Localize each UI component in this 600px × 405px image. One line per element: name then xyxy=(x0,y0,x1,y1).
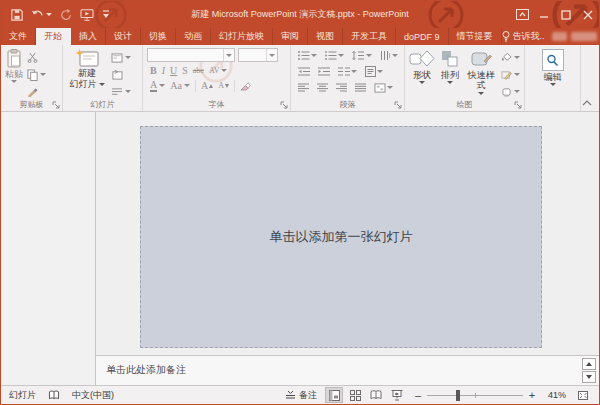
notes-toggle-button[interactable]: 备注 xyxy=(285,389,317,402)
format-painter-button[interactable] xyxy=(25,84,48,99)
shape-effects-button[interactable] xyxy=(499,84,522,99)
drawing-dialog-launcher[interactable] xyxy=(514,101,522,109)
text-direction-button[interactable] xyxy=(378,50,400,61)
tell-me-box[interactable]: 告诉我.. xyxy=(502,30,545,43)
underline-button[interactable]: U xyxy=(168,65,179,76)
ribbon-home: 粘贴 剪贴板 xyxy=(1,45,599,112)
reset-icon xyxy=(111,70,123,80)
normal-view-button[interactable] xyxy=(325,387,343,403)
section-button[interactable] xyxy=(109,84,133,99)
paste-button[interactable]: 粘贴 xyxy=(3,48,25,99)
tab-home[interactable]: 开始 xyxy=(36,28,71,45)
paragraph-group: 段落 xyxy=(291,45,405,111)
convert-smartart-button[interactable] xyxy=(372,82,395,94)
increase-font-button[interactable]: A xyxy=(199,80,215,91)
minimize-icon[interactable] xyxy=(533,1,555,28)
tab-insert[interactable]: 插入 xyxy=(71,28,106,45)
text-shadow-button[interactable]: S xyxy=(180,65,190,76)
cut-button[interactable] xyxy=(25,50,48,65)
start-slideshow-icon[interactable] xyxy=(78,7,96,23)
zoom-out-button[interactable]: – xyxy=(414,389,422,401)
notes-pane[interactable]: 单击此处添加备注 xyxy=(96,355,599,385)
save-icon[interactable] xyxy=(9,7,25,23)
arrange-label: 排列 xyxy=(441,70,459,80)
ribbon-display-options-icon[interactable] xyxy=(511,1,533,28)
customize-qat-icon[interactable] xyxy=(100,8,112,21)
align-center-button[interactable] xyxy=(315,82,330,93)
align-right-button[interactable] xyxy=(334,82,349,93)
shape-outline-button[interactable] xyxy=(499,67,522,82)
shape-effects-icon xyxy=(501,87,512,97)
tab-file[interactable]: 文件 xyxy=(1,28,36,45)
font-size-combobox[interactable] xyxy=(238,48,278,62)
tab-transitions[interactable]: 切换 xyxy=(141,28,176,45)
layout-button[interactable] xyxy=(109,50,133,65)
shapes-label: 形状 xyxy=(413,70,431,80)
paragraph-dialog-launcher[interactable] xyxy=(394,101,402,109)
strikethrough-button[interactable]: abc xyxy=(191,66,206,75)
font-name-combobox[interactable] xyxy=(147,48,235,62)
proofing-button[interactable] xyxy=(48,390,60,400)
tab-design[interactable]: 设计 xyxy=(106,28,141,45)
reading-view-button[interactable] xyxy=(367,387,385,403)
shape-fill-button[interactable] xyxy=(499,50,522,65)
arrange-button[interactable]: 排列 xyxy=(437,48,463,99)
new-slide-label-line1: 新建 xyxy=(78,68,96,78)
slide-canvas[interactable]: 单击以添加第一张幻灯片 xyxy=(140,126,542,348)
notes-scroll-up-button[interactable] xyxy=(582,358,596,370)
italic-button[interactable]: I xyxy=(160,65,167,76)
numbering-button[interactable] xyxy=(323,50,346,61)
reset-button[interactable] xyxy=(109,67,133,82)
paragraph-group-label: 段落 xyxy=(291,99,404,110)
tab-animations[interactable]: 动画 xyxy=(176,28,211,45)
new-slide-button[interactable]: 新建 幻灯片 xyxy=(65,48,109,99)
tab-storyboarding[interactable]: 情节提要 xyxy=(449,28,502,45)
align-text-button[interactable] xyxy=(363,65,385,78)
tab-view[interactable]: 视图 xyxy=(308,28,343,45)
zoom-slider[interactable] xyxy=(427,390,523,401)
slide-sorter-view-button[interactable] xyxy=(346,387,364,403)
tab-review[interactable]: 审阅 xyxy=(273,28,308,45)
slide-thumbnails-panel[interactable] xyxy=(1,112,96,385)
shapes-button[interactable]: 形状 xyxy=(407,48,437,99)
decrease-indent-button[interactable] xyxy=(296,66,312,77)
quick-styles-label: 快速样式 xyxy=(465,70,497,91)
collapse-ribbon-button[interactable] xyxy=(582,98,592,108)
tab-developer[interactable]: 开发工具 xyxy=(343,28,396,45)
change-case-button[interactable]: Aa xyxy=(168,80,192,91)
editing-area: 单击以添加第一张幻灯片 单击此处添加备注 xyxy=(96,112,599,385)
redo-icon[interactable] xyxy=(58,7,74,23)
fit-slide-to-window-button[interactable] xyxy=(574,387,592,403)
slide-indicator: 幻灯片 xyxy=(9,389,36,402)
undo-icon[interactable] xyxy=(29,7,54,22)
slides-group-label: 幻灯片 xyxy=(63,99,142,110)
clear-formatting-button[interactable] xyxy=(238,80,253,92)
slide-show-button[interactable] xyxy=(388,387,406,403)
character-spacing-button[interactable]: AV xyxy=(207,66,230,75)
editing-menu-button[interactable]: 编辑 xyxy=(540,48,566,99)
lightbulb-icon xyxy=(502,31,510,42)
decrease-font-button[interactable]: A xyxy=(216,81,231,90)
line-spacing-button[interactable] xyxy=(350,50,374,61)
columns-button[interactable] xyxy=(336,66,359,77)
quick-styles-button[interactable]: 快速样式 xyxy=(463,48,499,99)
tab-slide-show[interactable]: 幻灯片放映 xyxy=(211,28,273,45)
copy-button[interactable] xyxy=(25,67,48,82)
font-dialog-launcher[interactable] xyxy=(280,101,288,109)
tab-dopdf[interactable]: doPDF 9 xyxy=(396,28,449,45)
zoom-slider-thumb[interactable] xyxy=(456,390,460,401)
clipboard-dialog-launcher[interactable] xyxy=(52,101,60,109)
bold-button[interactable]: B xyxy=(148,65,159,76)
language-button[interactable]: 中文(中国) xyxy=(72,389,114,402)
close-icon[interactable] xyxy=(577,1,599,28)
increase-indent-button[interactable] xyxy=(316,66,332,77)
bullets-button[interactable] xyxy=(296,50,319,61)
zoom-in-button[interactable]: + xyxy=(528,389,536,401)
notes-scroll-down-button[interactable] xyxy=(582,371,596,383)
user-account-blurred[interactable] xyxy=(552,32,597,41)
font-color-button[interactable]: A xyxy=(148,79,167,92)
maximize-icon[interactable] xyxy=(555,1,577,28)
justify-button[interactable] xyxy=(353,82,368,93)
zoom-percentage-button[interactable]: 41% xyxy=(544,390,566,400)
align-left-button[interactable] xyxy=(296,82,311,93)
